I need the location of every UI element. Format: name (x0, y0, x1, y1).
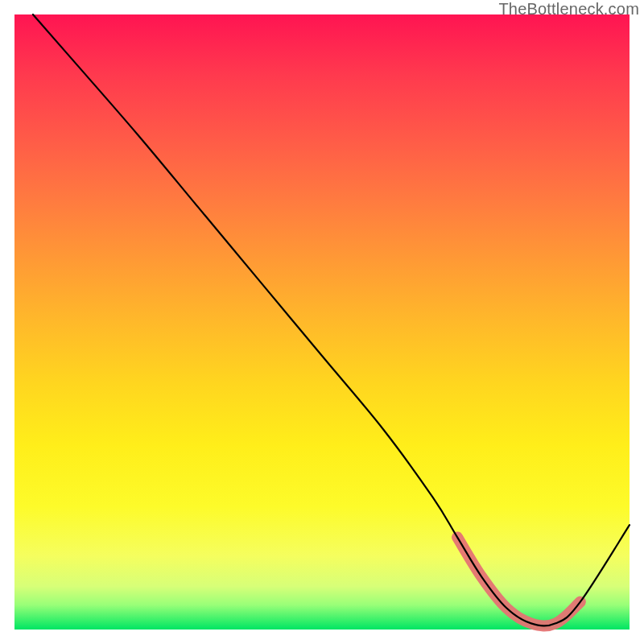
plot-area (14, 14, 630, 630)
curve-layer (14, 14, 630, 630)
chart-stage: TheBottleneck.com (0, 0, 644, 644)
bottleneck-curve-line (33, 14, 630, 625)
optimal-range-band (457, 537, 580, 625)
watermark-label: TheBottleneck.com (498, 0, 639, 19)
